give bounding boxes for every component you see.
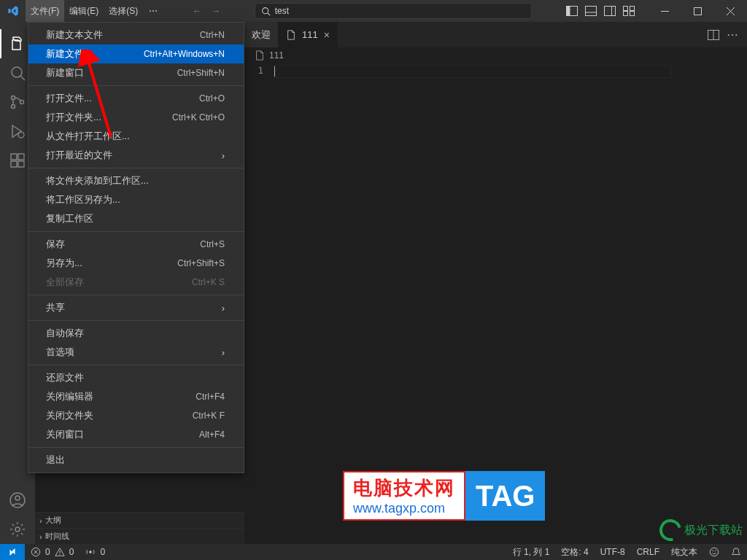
svg-line-1 [268, 12, 270, 15]
svg-line-18 [20, 76, 25, 80]
nav-forward-icon[interactable]: → [212, 6, 220, 16]
warning-icon [55, 547, 65, 557]
error-icon [31, 547, 41, 557]
layout-sidebar-right-icon[interactable] [603, 4, 616, 18]
status-lncol[interactable]: 行 1, 列 1 [507, 546, 556, 559]
chevron-right-icon: › [222, 303, 225, 314]
svg-rect-12 [630, 12, 635, 16]
menu-file[interactable]: 文件(F) [26, 0, 64, 22]
menu-item[interactable]: 新建窗口Ctrl+Shift+N [28, 63, 244, 82]
status-eol[interactable]: CRLF [631, 546, 665, 559]
status-bell[interactable] [725, 546, 747, 559]
svg-point-40 [715, 551, 716, 551]
more-icon[interactable]: ⋯ [727, 28, 738, 42]
command-center[interactable]: test [255, 3, 532, 19]
breadcrumb[interactable]: 111 [244, 47, 747, 63]
status-ports[interactable]: 0 [80, 547, 111, 557]
svg-point-22 [18, 132, 24, 138]
svg-rect-10 [630, 7, 635, 11]
svg-rect-7 [605, 7, 616, 16]
menu-item[interactable]: 退出 [28, 451, 244, 470]
menu-item[interactable]: 复制工作区 [28, 209, 244, 228]
chevron-right-icon: › [222, 150, 225, 161]
layout-sidebar-left-icon[interactable] [565, 4, 578, 18]
remote-indicator[interactable] [0, 544, 25, 560]
watermark-aurora: 极光下载站 [659, 519, 743, 541]
status-language[interactable]: 纯文本 [665, 546, 703, 559]
window-minimize[interactable] [649, 0, 681, 22]
timeline-section[interactable]: ›时间线 [35, 528, 244, 544]
feedback-icon [709, 547, 719, 557]
svg-rect-23 [11, 154, 17, 160]
status-problems[interactable]: 0 0 [25, 547, 80, 557]
menu-item[interactable]: 将文件夹添加到工作区... [28, 171, 244, 190]
svg-point-0 [262, 7, 268, 13]
menu-item[interactable]: 关闭窗口Alt+F4 [28, 425, 244, 444]
svg-rect-26 [18, 154, 24, 160]
svg-point-28 [15, 496, 20, 500]
svg-point-39 [713, 551, 713, 551]
menu-item[interactable]: 打开文件夹...Ctrl+K Ctrl+O [28, 108, 244, 127]
svg-rect-14 [694, 7, 702, 15]
chevron-right-icon: › [39, 532, 42, 541]
menu-item[interactable]: 共享› [28, 298, 244, 317]
menu-item[interactable]: 保存Ctrl+S [28, 235, 244, 254]
file-menu-dropdown: 新建文本文件Ctrl+N新建文件...Ctrl+Alt+Windows+N新建窗… [28, 22, 244, 473]
svg-rect-9 [624, 7, 628, 11]
menu-item[interactable]: 另存为...Ctrl+Shift+S [28, 254, 244, 273]
svg-point-38 [710, 548, 718, 556]
svg-rect-25 [18, 161, 24, 167]
menu-edit[interactable]: 编辑(E) [64, 0, 104, 22]
file-icon [255, 50, 265, 61]
tab-111[interactable]: 111 × [279, 22, 338, 47]
layout-panel-icon[interactable] [584, 4, 597, 18]
menu-overflow[interactable]: ⋯ [143, 0, 163, 22]
nav-back-icon[interactable]: ← [193, 6, 201, 16]
svg-rect-24 [11, 161, 17, 167]
outline-section[interactable]: ›大纲 [35, 512, 244, 528]
chevron-right-icon: › [222, 347, 225, 358]
svg-rect-11 [624, 12, 628, 16]
svg-rect-3 [567, 7, 570, 16]
menu-item[interactable]: 从文件打开工作区... [28, 127, 244, 146]
menu-item[interactable]: 自动保存 [28, 324, 244, 343]
svg-point-29 [15, 527, 20, 532]
search-icon [261, 7, 271, 16]
vscode-logo [0, 5, 26, 17]
menu-item[interactable]: 打开文件...Ctrl+O [28, 89, 244, 108]
bell-icon [731, 547, 741, 557]
menu-item[interactable]: 关闭文件夹Ctrl+K F [28, 406, 244, 425]
line-number: 1 [244, 63, 274, 544]
radio-icon [85, 547, 96, 557]
status-feedback[interactable] [703, 546, 725, 559]
menu-item[interactable]: 关闭编辑器Ctrl+F4 [28, 387, 244, 406]
search-text: test [275, 6, 289, 16]
customize-layout-icon[interactable] [622, 4, 635, 18]
split-editor-icon[interactable] [708, 30, 719, 40]
close-icon[interactable]: × [324, 29, 330, 41]
svg-point-20 [12, 105, 15, 109]
svg-point-21 [20, 101, 24, 104]
menu-item[interactable]: 打开最近的文件› [28, 146, 244, 165]
svg-point-36 [59, 554, 60, 555]
activity-account[interactable] [0, 486, 35, 515]
activity-settings[interactable] [0, 515, 35, 544]
window-maximize[interactable] [681, 0, 714, 22]
chevron-right-icon: › [39, 516, 42, 525]
svg-point-37 [90, 551, 93, 553]
menu-select[interactable]: 选择(S) [104, 0, 143, 22]
tab-welcome[interactable]: 欢迎 [244, 22, 279, 47]
watermark-tagxp: 电脑技术网 www.tagxp.com TAG [343, 471, 545, 521]
menu-item[interactable]: 将工作区另存为... [28, 190, 244, 209]
svg-point-17 [12, 67, 22, 77]
menu-item[interactable]: 还原文件 [28, 368, 244, 387]
status-indent[interactable]: 空格: 4 [555, 546, 594, 559]
svg-point-19 [12, 96, 15, 100]
menu-item[interactable]: 新建文本文件Ctrl+N [28, 26, 244, 44]
menu-item[interactable]: 新建文件...Ctrl+Alt+Windows+N [28, 44, 244, 63]
menu-item: 全部保存Ctrl+K S [28, 273, 244, 292]
menu-item[interactable]: 首选项› [28, 343, 244, 362]
window-close[interactable] [714, 0, 747, 22]
svg-rect-8 [612, 7, 616, 16]
status-encoding[interactable]: UTF-8 [595, 546, 631, 559]
